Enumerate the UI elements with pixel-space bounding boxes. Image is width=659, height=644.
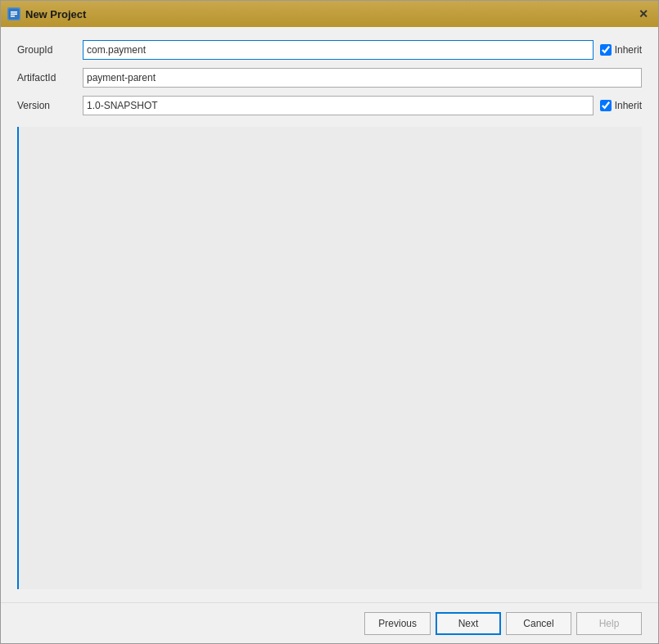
groupid-inherit-check: Inherit — [600, 44, 642, 56]
artifactid-label: ArtifactId — [17, 72, 83, 83]
version-inherit-checkbox[interactable] — [600, 100, 612, 111]
dialog-title: New Project — [25, 8, 86, 20]
groupid-inherit-label: Inherit — [615, 44, 642, 56]
close-button[interactable]: ✕ — [635, 6, 652, 22]
next-button[interactable]: Next — [436, 612, 501, 635]
button-bar: Previous Next Cancel Help — [1, 602, 658, 643]
main-content-area — [17, 127, 642, 589]
groupid-label: GroupId — [17, 44, 83, 56]
cancel-button[interactable]: Cancel — [506, 612, 571, 635]
artifactid-row: ArtifactId — [17, 68, 642, 88]
artifactid-input[interactable] — [83, 68, 642, 88]
svg-rect-1 — [11, 11, 17, 13]
new-project-dialog: New Project ✕ GroupId Inherit ArtifactId… — [0, 0, 659, 644]
help-button[interactable]: Help — [576, 612, 642, 635]
svg-rect-3 — [11, 16, 15, 17]
svg-rect-2 — [11, 14, 17, 16]
version-row: Version Inherit — [17, 96, 642, 115]
groupid-input[interactable] — [83, 40, 594, 60]
title-bar-left: New Project — [7, 7, 86, 20]
version-input[interactable] — [83, 96, 594, 115]
version-inherit-check: Inherit — [600, 100, 642, 111]
previous-button[interactable]: Previous — [364, 612, 431, 635]
groupid-row: GroupId Inherit — [17, 40, 642, 60]
version-label: Version — [17, 100, 83, 111]
groupid-inherit-checkbox[interactable] — [600, 44, 612, 56]
dialog-icon — [7, 7, 20, 20]
version-inherit-label: Inherit — [615, 100, 642, 111]
form-content: GroupId Inherit ArtifactId Version Inher… — [1, 27, 658, 602]
title-bar: New Project ✕ — [1, 1, 658, 27]
